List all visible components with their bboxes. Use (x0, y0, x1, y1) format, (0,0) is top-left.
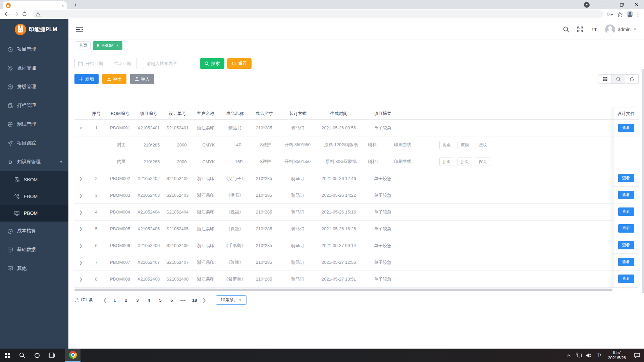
password-key-icon[interactable] (606, 12, 613, 16)
cortana-icon[interactable] (30, 349, 44, 362)
tab-search-icon[interactable]: ▼ (584, 2, 590, 8)
start-button[interactable] (0, 349, 15, 362)
import-button[interactable]: 导入 (130, 74, 154, 84)
table-refresh-button[interactable] (625, 74, 639, 84)
fullscreen-icon[interactable] (577, 26, 584, 33)
tray-expand-icon[interactable] (564, 349, 574, 362)
view-button[interactable]: 查看 (618, 207, 634, 216)
expand-row-icon[interactable]: ❯ (79, 243, 83, 248)
tab-close-icon[interactable]: × (61, 3, 64, 8)
horizontal-scrollbar-thumb[interactable] (74, 289, 612, 291)
view-button[interactable]: 查看 (618, 174, 634, 182)
next-page-icon[interactable]: ❯ (200, 298, 208, 303)
process-tag[interactable]: 压纹 (476, 141, 490, 149)
ime-indicator[interactable]: 中 (594, 352, 604, 358)
browser-menu-icon[interactable] (637, 11, 639, 17)
sidebar-item-拼版管理[interactable]: 拼版管理 (0, 77, 68, 96)
restore-button[interactable] (614, 0, 629, 9)
taskbar-clock[interactable]: 9:57 2021/5/26 (604, 350, 630, 361)
expand-row-icon[interactable]: ❯ (79, 193, 83, 198)
view-button[interactable]: 查看 (618, 191, 634, 199)
page-number-3[interactable]: 3 (133, 298, 142, 303)
expand-row-icon[interactable]: ❯ (79, 277, 83, 282)
horizontal-scrollbar[interactable] (74, 289, 639, 291)
sidebar-item-PBOM[interactable]: PBOM (0, 205, 68, 222)
cell-binding: 骑马订 (277, 209, 319, 215)
page-number-6[interactable]: 6 (168, 298, 176, 303)
expand-row-icon[interactable]: ❯ (79, 227, 83, 231)
forward-icon[interactable] (11, 10, 20, 18)
close-window-button[interactable] (629, 0, 644, 9)
minimize-button[interactable] (600, 0, 614, 9)
browser-tab[interactable]: × (3, 1, 67, 9)
view-button[interactable]: 查看 (618, 241, 634, 249)
reset-button[interactable]: 重置 (227, 58, 252, 69)
page-ellipsis[interactable]: ••• (179, 298, 187, 303)
page-number-18[interactable]: 18 (191, 298, 199, 303)
volume-icon[interactable] (584, 349, 594, 362)
prev-page-icon[interactable]: ❮ (101, 298, 109, 303)
page-number-4[interactable]: 4 (145, 298, 153, 303)
collapse-row-icon[interactable]: ∨ (79, 126, 83, 130)
sidebar-item-成本核算[interactable]: 成本核算 (0, 222, 68, 240)
sidebar-item-SBOM[interactable]: SBOM (0, 171, 68, 188)
bookmark-star-icon[interactable] (617, 12, 623, 17)
view-button[interactable]: 查看 (618, 258, 634, 266)
vertical-scrollbar[interactable] (642, 69, 644, 293)
sub-pages: 16P (222, 159, 256, 164)
tab-close-icon[interactable]: × (116, 44, 118, 48)
page-number-1[interactable]: 1 (111, 298, 119, 303)
expand-row-icon[interactable]: ❯ (79, 260, 83, 265)
page-size-select[interactable]: 10条/页▼ (216, 295, 247, 305)
url-omnibox[interactable] (32, 10, 603, 18)
reload-icon[interactable] (20, 10, 29, 18)
collapse-sidebar-icon[interactable] (76, 26, 83, 33)
view-button[interactable]: 查看 (618, 275, 634, 283)
search-input[interactable] (143, 58, 197, 69)
page-tab-首页[interactable]: 首页 (76, 41, 91, 50)
task-view-icon[interactable] (44, 349, 59, 362)
page-tab-PBOM[interactable]: PBOM× (93, 41, 122, 50)
sidebar-item-label: 其他 (17, 265, 26, 272)
expand-row-icon[interactable]: ❯ (79, 210, 83, 215)
taskbar-search-icon[interactable] (15, 349, 30, 362)
user-menu[interactable]: admin ▼ (605, 24, 637, 35)
add-button[interactable]: 新增 (74, 74, 99, 84)
sidebar-item-测试管理[interactable]: 测试管理 (0, 115, 68, 134)
chrome-taskbar-button[interactable] (65, 349, 80, 362)
sidebar-item-其他[interactable]: 其他 (0, 259, 68, 278)
search-button[interactable]: 搜索 (200, 58, 224, 69)
sidebar-item-设计管理[interactable]: 设计管理 (0, 59, 68, 77)
export-button[interactable]: 导出 (102, 74, 126, 84)
table-search-button[interactable] (611, 74, 625, 84)
sidebar-item-项目管理[interactable]: 项目管理 (0, 40, 68, 59)
back-icon[interactable] (3, 10, 11, 18)
column-settings-button[interactable] (598, 74, 612, 84)
date-range-input[interactable]: 开始日期 : 结束日期 (74, 58, 137, 69)
process-tag[interactable]: 折页 (439, 158, 454, 166)
action-center-icon[interactable] (630, 349, 644, 362)
expand-row-icon[interactable]: ❯ (79, 176, 83, 181)
page-number-2[interactable]: 2 (122, 298, 130, 303)
sidebar-item-打样管理[interactable]: 打样管理 (0, 96, 68, 115)
header-search-icon[interactable] (563, 26, 570, 33)
new-tab-button[interactable]: + (71, 1, 80, 9)
sidebar-item-EBOM[interactable]: EBOM (0, 188, 68, 205)
process-tag[interactable]: 烫金 (439, 141, 454, 149)
sub-cut-size: 开料:850*550 (276, 159, 319, 165)
view-button[interactable]: 查看 (618, 224, 634, 233)
network-icon[interactable] (574, 349, 584, 362)
process-tag[interactable]: 折页 (458, 158, 472, 166)
font-size-icon[interactable]: TT (591, 26, 598, 33)
browser-profile-avatar[interactable] (627, 11, 633, 17)
process-tag[interactable]: 配页 (476, 158, 490, 166)
design-file-cell: 查看 (613, 203, 639, 220)
table-row: ❯2PBOM002X21052402S21052402浙江易印《父与子》210*… (74, 170, 639, 187)
proof-icon (7, 103, 13, 109)
process-tag[interactable]: 覆膜 (458, 141, 472, 149)
page-number-5[interactable]: 5 (156, 298, 164, 303)
view-button[interactable]: 查看 (618, 124, 634, 132)
sidebar-item-基础数据[interactable]: 基础数据 (0, 240, 68, 259)
sidebar-item-项目跟踪[interactable]: 项目跟踪 (0, 134, 68, 153)
sidebar-item-知识库管理[interactable]: D知识库管理▼ (0, 153, 68, 171)
